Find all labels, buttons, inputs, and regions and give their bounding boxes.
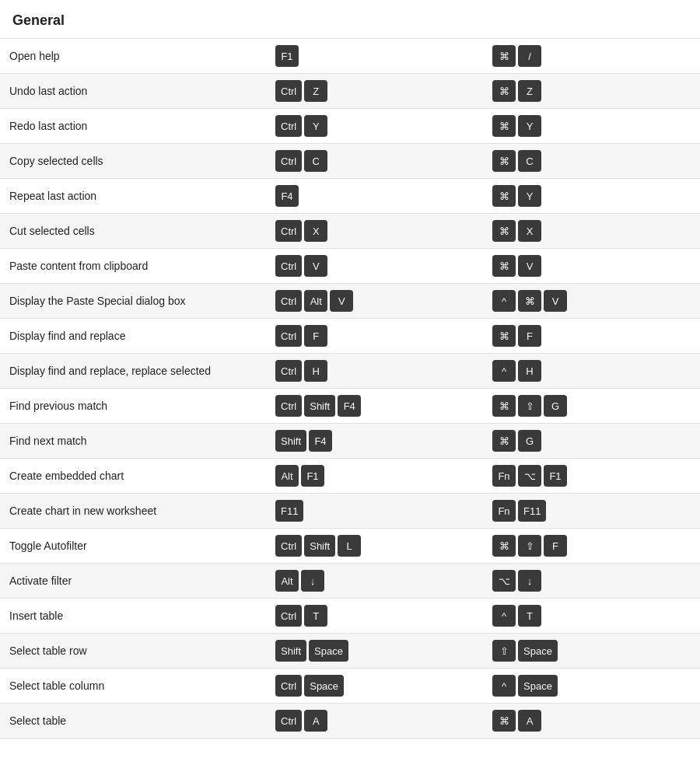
key-badge: F11 bbox=[275, 500, 303, 522]
action-cell: Find previous match bbox=[0, 389, 266, 424]
action-cell: Create chart in new worksheet bbox=[0, 494, 266, 529]
shortcuts-table: Open helpF1⌘/Undo last actionCtrlZ⌘ZRedo… bbox=[0, 38, 700, 739]
key-badge: Space bbox=[304, 675, 344, 697]
key-badge: ^ bbox=[492, 360, 516, 382]
key-badge: X bbox=[518, 220, 541, 242]
key-badge: ⌘ bbox=[492, 220, 516, 242]
action-cell: Copy selected cells bbox=[0, 144, 266, 179]
key-badge: Shift bbox=[304, 535, 335, 557]
key-badge: Z bbox=[304, 80, 327, 102]
key-badge: V bbox=[304, 255, 327, 277]
key-badge: G bbox=[544, 395, 567, 417]
mac-keys-cell: ⌘⇧F bbox=[483, 529, 700, 564]
table-row: Display find and replaceCtrlF⌘F bbox=[0, 319, 700, 354]
key-badge: ⌘ bbox=[492, 430, 516, 452]
key-badge: ⌘ bbox=[492, 325, 516, 347]
table-row: Toggle AutofilterCtrlShiftL⌘⇧F bbox=[0, 529, 700, 564]
key-badge: Ctrl bbox=[275, 220, 302, 242]
action-cell: Create embedded chart bbox=[0, 459, 266, 494]
win-keys-cell: CtrlA bbox=[266, 704, 483, 739]
action-cell: Undo last action bbox=[0, 74, 266, 109]
mac-keys-cell: FnF11 bbox=[483, 494, 700, 529]
win-keys-cell: CtrlT bbox=[266, 599, 483, 634]
table-row: Select table columnCtrlSpace^Space bbox=[0, 669, 700, 704]
key-badge: H bbox=[304, 360, 327, 382]
key-badge: Shift bbox=[275, 430, 306, 452]
page: General Open helpF1⌘/Undo last actionCtr… bbox=[0, 0, 700, 772]
mac-keys-cell: ^Space bbox=[483, 669, 700, 704]
key-badge: A bbox=[518, 710, 541, 732]
key-badge: F1 bbox=[301, 465, 324, 487]
table-row: Create embedded chartAltF1Fn⌥F1 bbox=[0, 459, 700, 494]
mac-keys-cell: ⌘Z bbox=[483, 74, 700, 109]
win-keys-cell: CtrlY bbox=[266, 109, 483, 144]
key-badge: ⌘ bbox=[518, 290, 541, 312]
key-badge: ⇧ bbox=[492, 640, 516, 662]
key-badge: ^ bbox=[492, 290, 516, 312]
win-keys-cell: CtrlH bbox=[266, 354, 483, 389]
win-keys-cell: ShiftF4 bbox=[266, 424, 483, 459]
win-keys-cell: Alt↓ bbox=[266, 564, 483, 599]
key-badge: ⌘ bbox=[492, 185, 516, 207]
action-cell: Display the Paste Special dialog box bbox=[0, 284, 266, 319]
key-badge: Y bbox=[518, 115, 541, 137]
table-row: Select table rowShiftSpace⇧Space bbox=[0, 634, 700, 669]
win-keys-cell: CtrlX bbox=[266, 214, 483, 249]
key-badge: ⌥ bbox=[492, 570, 516, 592]
key-badge: Fn bbox=[492, 465, 516, 487]
action-cell: Display find and replace bbox=[0, 319, 266, 354]
key-badge: F bbox=[544, 535, 567, 557]
mac-keys-cell: ⌘V bbox=[483, 249, 700, 284]
key-badge: Ctrl bbox=[275, 325, 302, 347]
mac-keys-cell: ⌘X bbox=[483, 214, 700, 249]
key-badge: ⌘ bbox=[492, 710, 516, 732]
table-row: Select tableCtrlA⌘A bbox=[0, 704, 700, 739]
table-row: Display find and replace, replace select… bbox=[0, 354, 700, 389]
win-keys-cell: ShiftSpace bbox=[266, 634, 483, 669]
table-row: Cut selected cellsCtrlX⌘X bbox=[0, 214, 700, 249]
key-badge: T bbox=[304, 605, 327, 627]
action-cell: Select table row bbox=[0, 634, 266, 669]
table-row: Paste content from clipboardCtrlV⌘V bbox=[0, 249, 700, 284]
table-row: Redo last actionCtrlY⌘Y bbox=[0, 109, 700, 144]
win-keys-cell: F11 bbox=[266, 494, 483, 529]
key-badge: Ctrl bbox=[275, 605, 302, 627]
win-keys-cell: CtrlV bbox=[266, 249, 483, 284]
key-badge: Z bbox=[518, 80, 541, 102]
action-cell: Select table bbox=[0, 704, 266, 739]
key-badge: X bbox=[304, 220, 327, 242]
key-badge: F bbox=[518, 325, 541, 347]
mac-keys-cell: ⌘G bbox=[483, 424, 700, 459]
table-row: Undo last actionCtrlZ⌘Z bbox=[0, 74, 700, 109]
table-row: Activate filterAlt↓⌥↓ bbox=[0, 564, 700, 599]
mac-keys-cell: ⌥↓ bbox=[483, 564, 700, 599]
key-badge: ⇧ bbox=[518, 395, 541, 417]
action-cell: Redo last action bbox=[0, 109, 266, 144]
win-keys-cell: CtrlC bbox=[266, 144, 483, 179]
key-badge: ⇧ bbox=[518, 535, 541, 557]
mac-keys-cell: ^T bbox=[483, 599, 700, 634]
key-badge: Ctrl bbox=[275, 255, 302, 277]
key-badge: Ctrl bbox=[275, 115, 302, 137]
win-keys-cell: CtrlZ bbox=[266, 74, 483, 109]
key-badge: L bbox=[338, 535, 361, 557]
key-badge: F4 bbox=[275, 185, 299, 207]
key-badge: ⌘ bbox=[492, 255, 516, 277]
key-badge: Ctrl bbox=[275, 535, 302, 557]
key-badge: ↓ bbox=[518, 570, 541, 592]
key-badge: Alt bbox=[304, 290, 327, 312]
key-badge: Ctrl bbox=[275, 80, 302, 102]
action-cell: Find next match bbox=[0, 424, 266, 459]
action-cell: Insert table bbox=[0, 599, 266, 634]
table-row: Copy selected cellsCtrlC⌘C bbox=[0, 144, 700, 179]
action-cell: Repeat last action bbox=[0, 179, 266, 214]
win-keys-cell: CtrlShiftL bbox=[266, 529, 483, 564]
key-badge: C bbox=[304, 150, 327, 172]
key-badge: ⌘ bbox=[492, 115, 516, 137]
table-row: Repeat last actionF4⌘Y bbox=[0, 179, 700, 214]
mac-keys-cell: ⌘⇧G bbox=[483, 389, 700, 424]
key-badge: F4 bbox=[338, 395, 361, 417]
table-row: Display the Paste Special dialog boxCtrl… bbox=[0, 284, 700, 319]
key-badge: Y bbox=[518, 185, 541, 207]
key-badge: F4 bbox=[309, 430, 332, 452]
